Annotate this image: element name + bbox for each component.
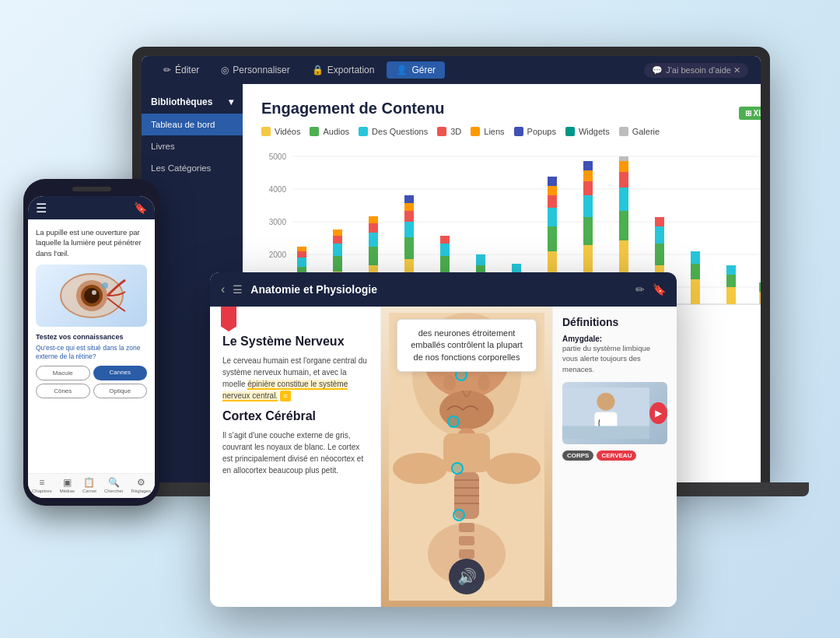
svg-rect-56 (619, 172, 628, 188)
mobile-eye-image (36, 265, 147, 327)
chart-title: Engagement de Contenu (261, 100, 445, 117)
svg-rect-61 (655, 226, 664, 244)
svg-rect-22 (369, 233, 378, 247)
settings-icon: ⚙ (137, 477, 145, 488)
mobile-nav-chercher[interactable]: 🔍 Chercher (104, 477, 124, 493)
svg-rect-27 (404, 222, 414, 237)
tag-corps[interactable]: CORPS (562, 450, 593, 461)
legend-3d: 3D (437, 127, 461, 136)
svg-point-98 (597, 393, 614, 411)
svg-rect-62 (655, 217, 664, 226)
svg-point-75 (92, 290, 96, 295)
svg-point-96 (486, 453, 541, 484)
mobile-bottom-nav: ≡ Chapitres ▣ Médias 📋 Carnet 🔍 Chercher… (28, 473, 155, 498)
legend-liens: Liens (471, 127, 504, 136)
tag-cerveau[interactable]: CERVEAU (597, 450, 636, 461)
svg-point-95 (393, 453, 447, 484)
quiz-option-cannes[interactable]: Cannes (93, 366, 148, 380)
hotspot-4[interactable] (453, 509, 465, 521)
nav-exportation[interactable]: 🔒 Exportation (303, 61, 384, 79)
svg-rect-67 (726, 275, 736, 287)
svg-rect-28 (404, 211, 414, 222)
svg-rect-29 (404, 203, 414, 211)
quiz-option-cones[interactable]: Cônes (36, 384, 90, 398)
panel-middle-content: des neurones étroitement emballés contrô… (381, 307, 552, 607)
svg-rect-101 (562, 426, 649, 438)
definition-text: partie du système limbique vous alerte t… (562, 343, 667, 374)
quiz-option-macule[interactable]: Macule (36, 366, 90, 380)
legend-galerie: Galerie (619, 127, 660, 136)
svg-rect-13 (297, 251, 306, 258)
hotspot-3[interactable] (451, 462, 464, 475)
mobile-frame: ☰ 🔖 La pupille est une ouverture par laq… (23, 179, 159, 506)
svg-rect-63 (691, 279, 700, 304)
edit-icon[interactable]: ✏ (635, 283, 645, 296)
svg-rect-33 (440, 244, 450, 256)
svg-rect-55 (619, 188, 628, 211)
panel-bookmark-icon[interactable]: 🔖 (653, 283, 666, 296)
back-button[interactable]: ‹ (221, 282, 225, 296)
svg-rect-30 (404, 195, 414, 203)
svg-rect-57 (619, 161, 628, 172)
section2-title: Cortex Cérébral (222, 409, 368, 423)
svg-rect-83 (443, 433, 490, 472)
media-icon: ▣ (63, 477, 72, 488)
sidebar-item-categories[interactable]: Les Catégories (142, 157, 243, 179)
mobile-nav-medias[interactable]: ▣ Médias (60, 477, 75, 493)
mobile-quiz-grid: Macule Cannes Cônes Optique (36, 366, 147, 398)
chapters-icon: ≡ (39, 477, 44, 488)
nav-editer[interactable]: ✏ Éditer (154, 61, 208, 79)
svg-rect-94 (459, 549, 474, 559)
svg-rect-52 (583, 161, 593, 170)
svg-rect-44 (548, 195, 557, 208)
mobile-nav-reglages[interactable]: ⚙ Réglages (131, 477, 151, 493)
help-button[interactable]: 💬 J'ai besoin d'aide ✕ (644, 63, 748, 78)
svg-point-84 (443, 375, 456, 391)
panel-body: Le Système Nerveux Le cerveau humain est… (210, 307, 677, 607)
svg-rect-19 (333, 230, 342, 236)
svg-rect-14 (297, 247, 306, 251)
xls-button[interactable]: ⊞ XLS (739, 107, 761, 120)
svg-rect-12 (297, 258, 306, 267)
hotspot-2[interactable] (447, 415, 460, 428)
panel-header: ‹ ☰ Anatomie et Physiologie ✏ 🔖 (210, 272, 677, 307)
svg-rect-60 (655, 244, 664, 265)
chevron-down-icon[interactable]: ▾ (229, 96, 233, 107)
video-thumbnail[interactable]: ▶ (562, 382, 667, 444)
mobile-bookmark-icon[interactable]: 🔖 (134, 202, 147, 214)
mobile-nav-carnet[interactable]: 📋 Carnet (82, 477, 96, 493)
mobile-nav-chapitres[interactable]: ≡ Chapitres (32, 477, 52, 493)
chat-icon: 💬 (652, 65, 663, 75)
sidebar-header: Bibliothèques ▾ (142, 90, 243, 114)
svg-rect-42 (548, 226, 557, 251)
svg-rect-70 (759, 282, 761, 292)
svg-rect-26 (404, 237, 414, 259)
highlight-icon: ≡ (280, 391, 291, 401)
content-panel: ‹ ☰ Anatomie et Physiologie ✏ 🔖 Le Systè… (210, 272, 677, 607)
audio-icon: 🔊 (457, 567, 477, 586)
mobile-top-bar: ☰ 🔖 (28, 196, 155, 219)
svg-rect-64 (691, 264, 700, 279)
svg-rect-23 (369, 223, 378, 233)
svg-rect-48 (583, 217, 593, 245)
svg-rect-16 (333, 256, 342, 272)
sidebar-item-livres[interactable]: Livres (142, 135, 243, 157)
svg-rect-18 (333, 236, 342, 244)
section1-title: Le Système Nerveux (222, 335, 368, 349)
svg-rect-54 (619, 211, 628, 240)
pencil-icon: ✏ (163, 65, 171, 75)
svg-rect-65 (691, 251, 700, 264)
play-button[interactable]: ▶ (649, 402, 667, 424)
definitions-title: Définitions (562, 316, 667, 328)
legend-popups: Popups (514, 127, 556, 136)
hamburger-icon[interactable]: ☰ (36, 201, 47, 216)
quiz-option-optique[interactable]: Optique (93, 384, 148, 398)
sidebar-item-tableau[interactable]: Tableau de bord (142, 114, 243, 135)
panel-menu-icon[interactable]: ☰ (233, 283, 243, 296)
svg-rect-92 (459, 523, 474, 532)
nav-personnaliser[interactable]: ◎ Personnaliser (212, 61, 299, 79)
audio-button[interactable]: 🔊 (449, 559, 485, 594)
nav-gerer[interactable]: 👤 Gérer (387, 61, 445, 79)
legend-videos: Vidéos (261, 127, 300, 136)
chart-legend: Vidéos Audios Des Questions 3D (261, 127, 761, 136)
